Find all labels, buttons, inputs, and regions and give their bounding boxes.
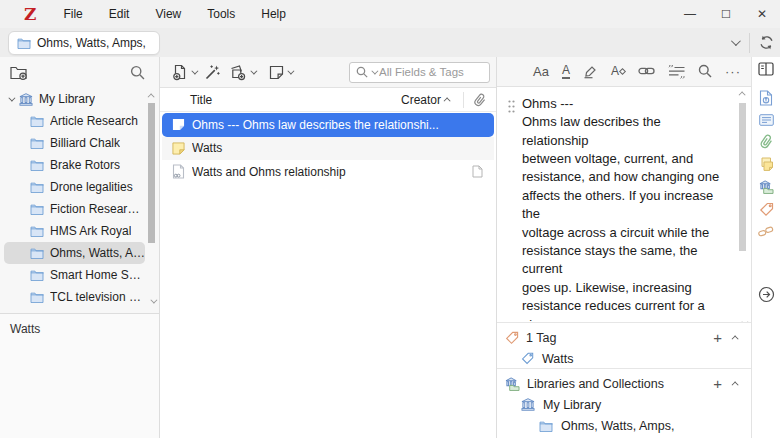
- minimize-button[interactable]: —: [672, 0, 708, 28]
- drag-handle-icon[interactable]: [508, 100, 515, 322]
- highlighter-icon[interactable]: [583, 64, 598, 79]
- scrollbar-thumb[interactable]: [739, 103, 746, 251]
- tags-icon[interactable]: [759, 202, 774, 217]
- menu-view[interactable]: View: [142, 0, 194, 28]
- items-toolbar: [160, 57, 496, 88]
- folder-icon: [30, 159, 44, 171]
- more-options-button[interactable]: ···: [725, 64, 741, 79]
- collapse-section-icon[interactable]: [732, 381, 739, 388]
- collection-label: HMS Ark Royal: [50, 224, 131, 238]
- collection-label: Drone legalities: [50, 180, 133, 194]
- item-pane-sidenav: [751, 57, 780, 438]
- scroll-up-icon[interactable]: [146, 90, 158, 100]
- tree-row-collection[interactable]: Fiction Research ...: [0, 198, 145, 220]
- folder-icon: [30, 291, 44, 303]
- menu-file[interactable]: File: [50, 0, 95, 28]
- tree-row-collection-selected[interactable]: Ohms, Watts, Am...: [4, 242, 145, 264]
- tag-row[interactable]: Watts: [505, 348, 743, 369]
- attachments-icon[interactable]: [760, 134, 773, 149]
- new-collection-icon[interactable]: [10, 65, 28, 81]
- tree-row-collection[interactable]: Brake Rotors: [0, 154, 145, 176]
- menu-edit[interactable]: Edit: [96, 0, 143, 28]
- scroll-down-icon[interactable]: [146, 296, 158, 306]
- close-button[interactable]: ✕: [744, 0, 780, 28]
- tag-selector-tag[interactable]: Watts: [10, 322, 40, 336]
- item-row-note-watts[interactable]: Watts: [162, 137, 494, 161]
- item-row-note-ohms[interactable]: Ohms --- Ohms law describes the relation…: [162, 113, 494, 137]
- sidebar-scrollbar[interactable]: [146, 90, 158, 306]
- tree-row-collection[interactable]: Article Research: [0, 110, 145, 132]
- tree-row-collection[interactable]: HMS Ark Royal: [0, 220, 145, 242]
- scroll-down-icon[interactable]: [737, 319, 749, 322]
- sync-icon[interactable]: [752, 35, 780, 50]
- scrollbar-thumb[interactable]: [148, 103, 155, 243]
- item-row-link-watts-ohms[interactable]: Watts and Ohms relationship: [162, 160, 494, 184]
- items-column-headers: Title Creator: [160, 88, 496, 112]
- add-to-collection-button[interactable]: +: [713, 376, 722, 391]
- citation-icon[interactable]: [668, 64, 685, 79]
- collection-search-icon[interactable]: [130, 65, 145, 80]
- tab-label: Ohms, Watts, Amps,: [37, 36, 146, 50]
- folder-icon: [30, 137, 44, 149]
- clear-format-button[interactable]: A: [611, 64, 625, 78]
- new-attachment-button[interactable]: [227, 61, 257, 84]
- link-icon[interactable]: [638, 66, 655, 76]
- expand-chevron-icon[interactable]: [8, 94, 15, 101]
- tag-icon: [521, 352, 534, 365]
- new-item-button[interactable]: [170, 61, 198, 84]
- note-text[interactable]: Ohms --- Ohms law describes the relation…: [522, 95, 722, 322]
- collection-label: Billiard Chalk: [50, 136, 120, 150]
- tree-row-my-library[interactable]: My Library: [0, 88, 145, 110]
- toggle-pane-icon[interactable]: [758, 62, 774, 76]
- tab-list-chevron-down-icon[interactable]: [721, 39, 747, 46]
- tags-header: 1 Tag: [526, 331, 556, 345]
- tag-selector: Watts: [0, 313, 159, 438]
- related-icon[interactable]: [758, 225, 774, 238]
- menu-tools[interactable]: Tools: [194, 0, 248, 28]
- folder-icon: [30, 181, 44, 193]
- tree-row-collection[interactable]: Drone legalities: [0, 176, 145, 198]
- menu-help[interactable]: Help: [248, 0, 299, 28]
- add-by-identifier-wand-icon[interactable]: [202, 61, 223, 84]
- column-header-creator[interactable]: Creator: [401, 93, 463, 107]
- window-controls: — ☐ ✕: [672, 0, 780, 28]
- tab-active-collection[interactable]: Ohms, Watts, Amps,: [8, 31, 160, 55]
- text-color-button[interactable]: A: [562, 64, 570, 79]
- tag-icon: [505, 331, 519, 345]
- folder-icon: [30, 225, 44, 237]
- library-row[interactable]: My Library: [505, 394, 743, 415]
- scroll-up-icon[interactable]: [737, 89, 749, 99]
- tree-row-collection[interactable]: Smart Home Setup: [0, 264, 145, 286]
- clear-format-a: A: [611, 64, 619, 78]
- info-icon[interactable]: [759, 90, 773, 106]
- sort-ascending-icon: [444, 97, 451, 104]
- locate-icon[interactable]: [758, 286, 775, 303]
- collapse-section-icon[interactable]: [732, 335, 739, 342]
- note-search-icon[interactable]: [698, 64, 712, 78]
- add-tag-button[interactable]: +: [713, 330, 722, 345]
- search-options-chevron-icon[interactable]: [371, 67, 378, 74]
- items-search-box[interactable]: [349, 62, 490, 83]
- collection-label: Smart Home Setup: [50, 268, 145, 282]
- collection-label: TCL television Re...: [50, 290, 145, 304]
- note-scrollbar[interactable]: [737, 89, 749, 322]
- tree-row-collection[interactable]: TCL television Re...: [0, 286, 145, 308]
- libraries-collections-icon: [505, 377, 520, 391]
- maximize-button[interactable]: ☐: [708, 0, 744, 28]
- collection-row[interactable]: Ohms, Watts, Amps,: [505, 415, 743, 436]
- search-input[interactable]: [379, 66, 471, 78]
- column-header-title[interactable]: Title: [160, 93, 401, 107]
- text-format-button[interactable]: Aa: [533, 64, 549, 79]
- tree-row-collection[interactable]: Billiard Chalk: [0, 132, 145, 154]
- new-note-button[interactable]: [267, 62, 294, 83]
- note-editor[interactable]: Ohms --- Ohms law describes the relation…: [497, 87, 751, 322]
- collections-tree: My Library Article Research Billiard Cha…: [0, 88, 159, 308]
- column-header-attachment[interactable]: [464, 93, 496, 107]
- search-icon: [356, 66, 368, 78]
- abstract-icon[interactable]: [759, 114, 774, 126]
- libraries-collections-icon[interactable]: [759, 180, 774, 194]
- notes-icon[interactable]: [759, 157, 774, 172]
- creator-label: Creator: [401, 93, 441, 107]
- chevron-down-icon: [191, 67, 198, 74]
- library-icon: [521, 398, 535, 411]
